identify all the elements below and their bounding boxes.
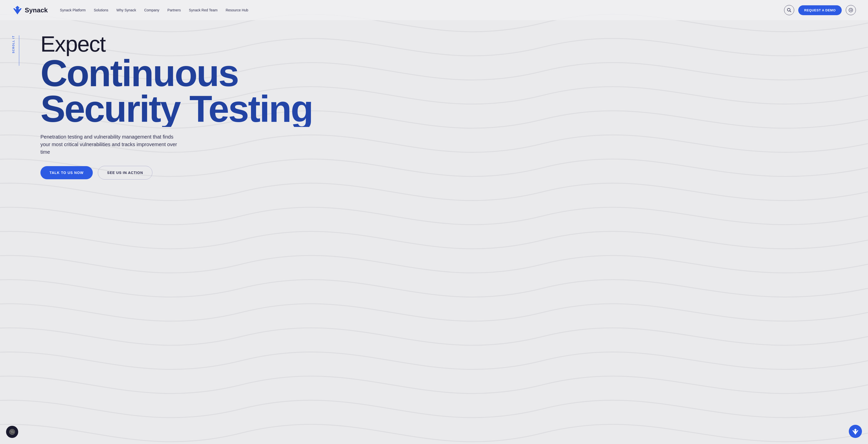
svg-point-8 [11, 432, 12, 433]
svg-point-9 [12, 432, 12, 432]
synack-fab-button[interactable] [849, 425, 862, 438]
nav-synack-red-team[interactable]: Synack Red Team [189, 8, 217, 12]
svg-line-2 [789, 11, 791, 12]
search-button[interactable] [784, 5, 794, 15]
login-icon [848, 8, 853, 12]
nav-right: REQUEST A DEMO [784, 5, 856, 15]
talk-to-us-button[interactable]: TALK TO US NOW [40, 166, 93, 179]
nav-partners[interactable]: Partners [167, 8, 181, 12]
logo-icon [12, 5, 23, 16]
svg-point-6 [12, 430, 13, 431]
logo-text: Synack [25, 6, 48, 14]
logo-link[interactable]: Synack [12, 5, 48, 16]
hero-buttons: TALK TO US NOW SEE US IN ACTION [40, 166, 868, 179]
nav-company[interactable]: Company [144, 8, 159, 12]
svg-point-7 [13, 432, 14, 433]
svg-point-5 [11, 431, 12, 432]
nav-why-synack[interactable]: Why Synack [117, 8, 136, 12]
synack-fab-icon [852, 428, 859, 435]
hero-main-title: Continuous Security Testing [40, 56, 868, 127]
see-in-action-button[interactable]: SEE US IN ACTION [98, 166, 152, 179]
nav-solutions[interactable]: Solutions [94, 8, 108, 12]
request-demo-button[interactable]: REQUEST A DEMO [798, 5, 842, 15]
cookie-icon [9, 428, 16, 435]
login-button[interactable] [846, 5, 856, 15]
cookie-button[interactable] [6, 426, 18, 438]
hero-subtitle: Penetration testing and vulnerability ma… [40, 133, 182, 156]
nav-resource-hub[interactable]: Resource Hub [226, 8, 248, 12]
search-icon [787, 8, 792, 12]
navbar: Synack Synack Platform Solutions Why Syn… [0, 0, 868, 20]
hero-line3: Security Testing [40, 88, 312, 130]
page-wrapper: Synack Synack Platform Solutions Why Syn… [0, 0, 868, 444]
nav-synack-platform[interactable]: Synack Platform [60, 8, 86, 12]
hero-section: Expect Continuous Security Testing Penet… [0, 20, 868, 179]
nav-links: Synack Platform Solutions Why Synack Com… [60, 8, 784, 12]
